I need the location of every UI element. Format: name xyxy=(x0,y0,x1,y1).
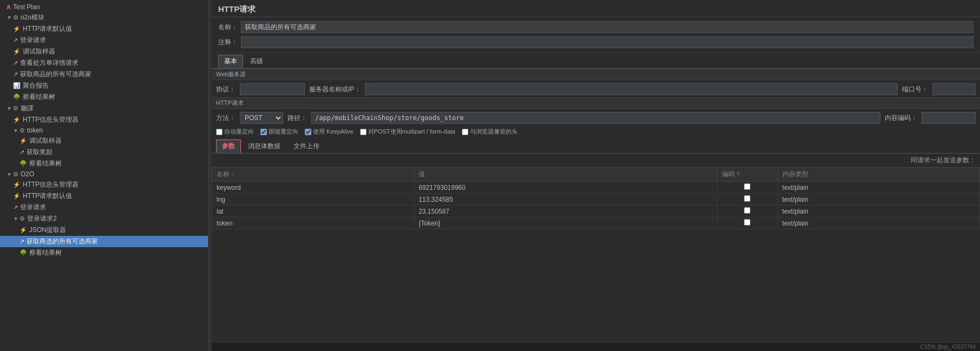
sidebar-item-label: 获取商品的所有可选商家 xyxy=(20,70,92,79)
method-select[interactable]: POST GET PUT DELETE xyxy=(240,112,283,124)
sidebar-item-json-extractor[interactable]: ⚡ JSON提取器 xyxy=(0,224,208,236)
sidebar-item-label: HTTP请求默认值 xyxy=(23,24,72,34)
param-content-type: text/plain xyxy=(778,206,979,217)
sidebar-item-get-merchants2[interactable]: ↗ 获取商选的所有可选商家 xyxy=(0,236,208,247)
main-panel: HTTP请求 名称： 注释： 基本 高级 Web服务器 协议： 服务器名称或IP… xyxy=(212,0,980,351)
browser-compat-checkbox[interactable]: 与浏览器兼容的头 xyxy=(462,128,518,136)
sidebar-item-view-order[interactable]: ↗ 查看处方单详情请求 xyxy=(0,57,208,69)
arrow-icon: ↗ xyxy=(13,71,18,78)
sidebar-item-label: 获取商选的所有可选商家 xyxy=(27,237,98,246)
sidebar-item-http-header-mgr[interactable]: ⚡ HTTP信息头管理器 xyxy=(0,114,208,125)
sidebar-item-debug-sampler2[interactable]: ⚡ 调试取样器 xyxy=(0,135,208,147)
send-with-label: 同请求一起发送参数： xyxy=(911,156,976,165)
content-encoding-label: 内容编码： xyxy=(885,114,917,123)
params-table-wrapper: 同请求一起发送参数： 名称： 值 编码？ 内容类型 keyword 692179… xyxy=(212,154,980,342)
sidebar-item-http-defaults[interactable]: ⚡ HTTP请求默认值 xyxy=(0,23,208,35)
keepalive-input[interactable] xyxy=(305,129,311,135)
gear-icon: ⚙ xyxy=(19,127,25,134)
name-section: 名称： 注释： xyxy=(212,17,980,52)
sidebar-item-get-reward[interactable]: ↗ 获取奖励 xyxy=(0,147,208,158)
send-with-row: 同请求一起发送参数： xyxy=(212,154,980,167)
auto-redirect-label: 自动重定向 xyxy=(224,128,254,136)
sidebar-item-login-req2[interactable]: ▼ ⚙ 登录请求2 xyxy=(0,213,208,224)
param-value: 23.150587 xyxy=(414,206,717,217)
sub-tab-params[interactable]: 参数 xyxy=(216,140,241,153)
web-server-section-label: Web服务器 xyxy=(212,69,980,80)
http-section-label: HTTP请求 xyxy=(212,97,980,109)
keepalive-checkbox[interactable]: 使用 KeepAlive xyxy=(305,128,354,136)
comment-row: 注释： xyxy=(218,35,974,50)
port-label: 端口号： xyxy=(902,85,928,94)
sidebar-item-test-plan[interactable]: A Test Plan xyxy=(0,2,208,12)
param-encode[interactable] xyxy=(717,217,778,229)
sidebar-item-debug-sampler[interactable]: ⚡ 调试取样器 xyxy=(0,46,208,57)
sidebar-item-o2o[interactable]: ▼ ⚙ O2O xyxy=(0,169,208,179)
sub-tab-files[interactable]: 文件上传 xyxy=(288,140,325,153)
gear-icon: ⚙ xyxy=(13,14,18,21)
tree-icon: 🌳 xyxy=(19,160,27,167)
tab-basic[interactable]: 基本 xyxy=(218,55,243,68)
browser-compat-label: 与浏览器兼容的头 xyxy=(470,128,518,136)
server-input[interactable] xyxy=(365,83,898,95)
sidebar-item-aggregate-report[interactable]: 📊 聚合报告 xyxy=(0,80,208,91)
sidebar-item-view-tree2[interactable]: 🌳 察看结果树 xyxy=(0,158,208,169)
caret-icon: ▼ xyxy=(13,216,18,222)
sidebar-item-label: 廳課 xyxy=(21,104,34,113)
col-header-value: 值 xyxy=(414,168,717,182)
param-encode[interactable] xyxy=(717,182,778,194)
param-content-type: text/plain xyxy=(778,194,979,206)
server-label: 服务器名称或IP： xyxy=(309,85,361,94)
protocol-label: 协议： xyxy=(216,85,236,94)
port-input[interactable] xyxy=(932,83,976,95)
auto-redirect-input[interactable] xyxy=(216,129,223,135)
sidebar-item-label: 登录请求2 xyxy=(27,214,57,223)
plan-icon: A xyxy=(6,4,11,10)
param-encode[interactable] xyxy=(717,194,778,206)
method-label: 方法： xyxy=(216,114,236,123)
path-input[interactable] xyxy=(311,112,880,124)
name-input[interactable] xyxy=(241,21,974,33)
sidebar-item-label: 察看结果树 xyxy=(29,159,62,168)
bolt-icon: ⚡ xyxy=(13,25,21,32)
sidebar-item-view-tree3[interactable]: 🌳 察看结果树 xyxy=(0,247,208,259)
param-encode[interactable] xyxy=(717,206,778,217)
sidebar-item-login-req2-group[interactable]: ↗ 登录请求 xyxy=(0,202,208,213)
table-row: keyword 6921793019960 text/plain xyxy=(212,182,980,194)
browser-compat-input[interactable] xyxy=(462,129,468,135)
arrow-icon: ↗ xyxy=(13,37,18,44)
multipart-input[interactable] xyxy=(360,129,367,135)
sidebar-item-login-req[interactable]: ↗ 登录请求 xyxy=(0,35,208,46)
sub-tab-body[interactable]: 消息体数据 xyxy=(242,140,286,153)
name-row: 名称： xyxy=(218,19,974,35)
bolt-icon: ⚡ xyxy=(13,116,21,123)
content-encoding-input[interactable] xyxy=(922,112,976,124)
sub-tab-bar: 参数 消息体数据 文件上传 xyxy=(212,137,980,154)
param-name: lng xyxy=(212,194,414,206)
sampler-icon: ⚡ xyxy=(19,137,27,144)
protocol-input[interactable] xyxy=(240,83,305,95)
sidebar-item-label: HTTP信息头管理器 xyxy=(23,115,79,124)
auto-redirect-checkbox[interactable]: 自动重定向 xyxy=(216,128,254,136)
sidebar-item-o2o-module[interactable]: ▼ ⚙ o2o模块 xyxy=(0,12,208,23)
table-row: token {Token} text/plain xyxy=(212,217,980,229)
sidebar-item-http-defaults2[interactable]: ⚡ HTTP请求默认值 xyxy=(0,190,208,202)
sidebar-item-label: 调试取样器 xyxy=(29,136,62,145)
sidebar-item-get-merchants[interactable]: ↗ 获取商品的所有可选商家 xyxy=(0,69,208,80)
table-row: lng 113.324585 text/plain xyxy=(212,194,980,206)
tab-advanced[interactable]: 高级 xyxy=(244,55,269,68)
multipart-checkbox[interactable]: 对POST使用multipart / form-data xyxy=(360,128,455,136)
web-server-row: 协议： 服务器名称或IP： 端口号： xyxy=(212,81,980,97)
sidebar-item-http-header-mgr2[interactable]: ⚡ HTTP信息头管理器 xyxy=(0,179,208,190)
checkboxes-row: 自动重定向 跟随重定向 使用 KeepAlive 对POST使用multipar… xyxy=(212,126,980,137)
panel-header: HTTP请求 xyxy=(212,0,980,17)
sidebar-item-label: O2O xyxy=(21,170,34,178)
sidebar-item-label: 登录请求 xyxy=(20,36,46,45)
follow-redirect-input[interactable] xyxy=(260,129,267,135)
caret-icon: ▼ xyxy=(6,15,12,21)
sidebar-item-token[interactable]: ▼ ⚙ token xyxy=(0,125,208,135)
sidebar-item-view-tree1[interactable]: 🌳 察看结果树 xyxy=(0,91,208,103)
comment-input[interactable] xyxy=(241,36,974,48)
follow-redirect-checkbox[interactable]: 跟随重定向 xyxy=(260,128,298,136)
sidebar-item-lectures[interactable]: ▼ ⚙ 廳課 xyxy=(0,103,208,114)
params-table: 名称： 值 编码？ 内容类型 keyword 6921793019960 tex… xyxy=(212,167,980,229)
